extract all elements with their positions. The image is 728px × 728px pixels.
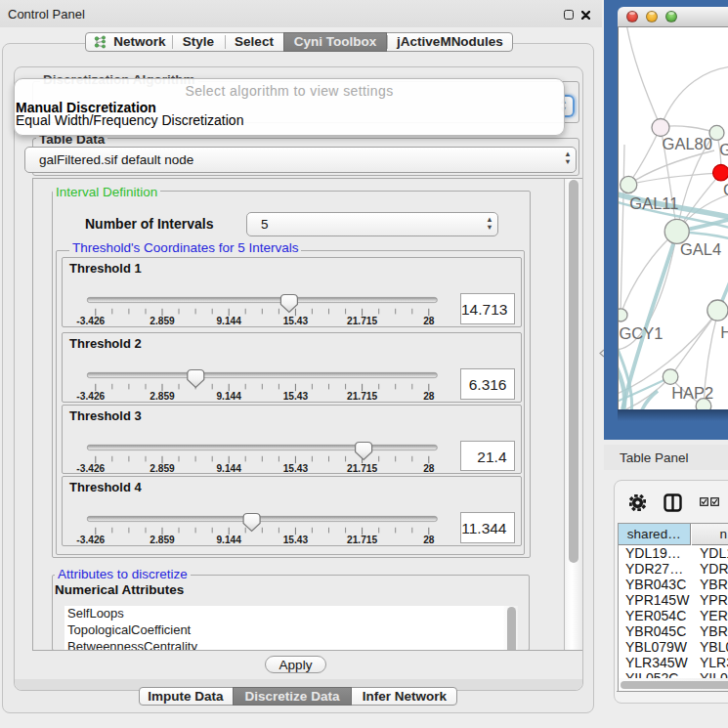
svg-text:C: C [723,181,728,198]
svg-text:-3.426: -3.426 [76,535,105,545]
svg-text:H: H [720,323,728,341]
svg-text:-3.426: -3.426 [76,316,105,326]
svg-text:GAL11: GAL11 [629,194,678,212]
svg-text:GAL4: GAL4 [680,240,721,258]
svg-text:28: 28 [423,535,435,545]
svg-text:21.715: 21.715 [347,316,377,326]
svg-text:28: 28 [423,316,435,326]
svg-text:2.859: 2.859 [150,463,175,474]
svg-text:28: 28 [423,391,435,402]
svg-text:21.715: 21.715 [347,535,377,545]
svg-text:21.715: 21.715 [347,391,377,402]
svg-text:HAP2: HAP2 [671,384,713,402]
svg-text:9.144: 9.144 [216,535,241,545]
svg-text:GAL80: GAL80 [663,135,712,152]
svg-text:9.144: 9.144 [216,316,241,326]
svg-text:28: 28 [423,463,435,474]
svg-text:-3.426: -3.426 [76,391,105,402]
svg-text:15.43: 15.43 [283,316,309,326]
svg-text:GCY1: GCY1 [620,324,664,342]
svg-text:21.715: 21.715 [347,463,377,474]
svg-text:GA: GA [719,141,728,158]
svg-text:9.144: 9.144 [216,463,241,474]
svg-text:15.43: 15.43 [283,463,309,474]
svg-text:-3.426: -3.426 [76,463,105,474]
svg-text:15.43: 15.43 [283,535,309,545]
svg-text:9.144: 9.144 [216,391,241,402]
svg-text:2.859: 2.859 [150,316,175,326]
svg-text:2.859: 2.859 [150,535,175,545]
svg-text:15.43: 15.43 [283,391,309,402]
svg-text:2.859: 2.859 [150,391,175,402]
